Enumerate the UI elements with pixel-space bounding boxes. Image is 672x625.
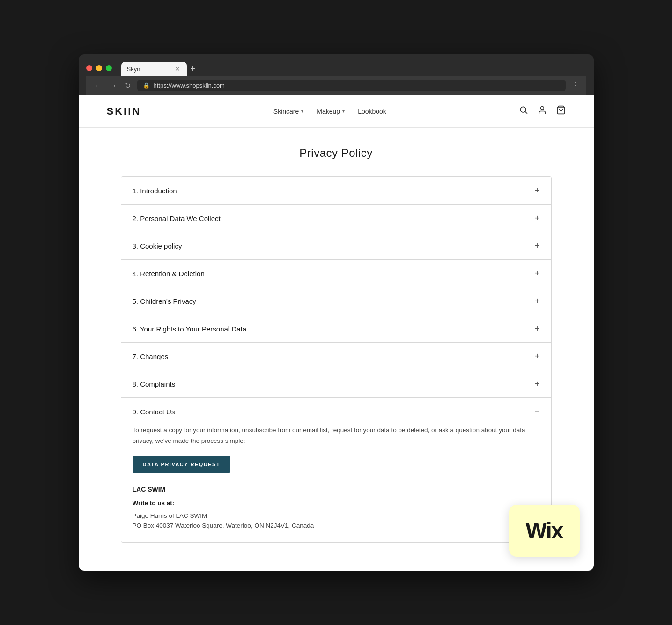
expand-icon-personal-data: + — [535, 214, 540, 222]
accordion-header-changes[interactable]: 7. Changes + — [121, 343, 551, 370]
contact-write-label: Write to us at: — [133, 498, 540, 509]
accordion-content-contact: To request a copy for your information, … — [121, 425, 551, 542]
accordion-item-personal-data: 2. Personal Data We Collect + — [121, 205, 551, 232]
svg-point-2 — [540, 107, 544, 110]
contact-address-line1: Paige Harris of LAC SWIM — [133, 511, 540, 521]
site-header: SKIIN Skincare ▾ Makeup ▾ Lookbook — [79, 95, 594, 128]
wix-logo: Wix — [526, 518, 563, 544]
refresh-button[interactable]: ↻ — [124, 80, 132, 91]
back-button[interactable]: ← — [94, 81, 103, 91]
search-icon[interactable] — [519, 105, 528, 117]
nav-skincare[interactable]: Skincare ▾ — [273, 108, 303, 115]
nav-makeup[interactable]: Makeup ▾ — [317, 108, 345, 115]
tab-bar: Skyn ✕ + — [86, 60, 586, 76]
page-title: Privacy Policy — [121, 147, 552, 160]
accordion-title-complaints: 8. Complaints — [133, 380, 176, 388]
browser-window: Skyn ✕ + ← → ↻ 🔒 https://www.shopskiin.c… — [79, 54, 594, 571]
forward-button[interactable]: → — [109, 81, 118, 91]
accordion-title-rights: 6. Your Rights to Your Personal Data — [133, 325, 247, 333]
address-bar: ← → ↻ 🔒 https://www.shopskiin.com ⋮ — [86, 76, 586, 95]
expand-icon-cookie: + — [535, 242, 540, 250]
expand-icon-retention: + — [535, 269, 540, 278]
url-field[interactable]: 🔒 https://www.shopskiin.com — [137, 80, 566, 91]
chevron-down-icon: ▾ — [301, 109, 303, 114]
expand-icon-changes: + — [535, 352, 540, 360]
header-icons — [519, 105, 566, 117]
accordion-item-introduction: 1. Introduction + — [121, 177, 551, 205]
wix-badge[interactable]: Wix — [509, 505, 580, 557]
accordion-header-rights[interactable]: 6. Your Rights to Your Personal Data + — [121, 315, 551, 342]
chevron-down-icon: ▾ — [342, 109, 345, 114]
traffic-light-maximize[interactable] — [106, 65, 112, 71]
privacy-accordion: 1. Introduction + 2. Personal Data We Co… — [121, 176, 552, 543]
url-text: https://www.shopskiin.com — [154, 82, 225, 89]
accordion-item-contact: 9. Contact Us − To request a copy for yo… — [121, 398, 551, 542]
accordion-header-contact[interactable]: 9. Contact Us − — [121, 398, 551, 425]
cart-icon[interactable] — [556, 105, 566, 117]
accordion-item-cookie: 3. Cookie policy + — [121, 232, 551, 260]
site-logo[interactable]: SKIIN — [107, 105, 141, 118]
active-tab[interactable]: Skyn ✕ — [121, 62, 187, 76]
accordion-item-children: 5. Children's Privacy + — [121, 287, 551, 315]
contact-description: To request a copy for your information, … — [133, 425, 540, 447]
main-content: Privacy Policy 1. Introduction + — [111, 128, 561, 571]
browser-chrome: Skyn ✕ + ← → ↻ 🔒 https://www.shopskiin.c… — [79, 54, 594, 95]
contact-details: LAC SWIM Write to us at: Paige Harris of… — [133, 484, 540, 531]
accordion-header-cookie[interactable]: 3. Cookie policy + — [121, 232, 551, 259]
expand-icon-introduction: + — [535, 186, 540, 195]
accordion-item-retention: 4. Retention & Deletion + — [121, 260, 551, 287]
nav-makeup-label: Makeup — [317, 108, 340, 115]
accordion-header-children[interactable]: 5. Children's Privacy + — [121, 287, 551, 315]
collapse-icon-contact: − — [535, 407, 540, 416]
tab-close-button[interactable]: ✕ — [175, 65, 180, 73]
accordion-item-rights: 6. Your Rights to Your Personal Data + — [121, 315, 551, 343]
accordion-header-retention[interactable]: 4. Retention & Deletion + — [121, 260, 551, 287]
svg-line-1 — [525, 112, 527, 114]
accordion-title-cookie: 3. Cookie policy — [133, 242, 182, 250]
accordion-header-introduction[interactable]: 1. Introduction + — [121, 177, 551, 204]
expand-icon-complaints: + — [535, 380, 540, 388]
nav-lookbook-label: Lookbook — [358, 108, 386, 115]
contact-org-name: LAC SWIM — [133, 484, 540, 495]
accordion-title-changes: 7. Changes — [133, 353, 169, 360]
traffic-light-close[interactable] — [86, 65, 92, 71]
lock-icon: 🔒 — [143, 82, 150, 89]
site-nav: Skincare ▾ Makeup ▾ Lookbook — [273, 108, 386, 115]
accordion-header-complaints[interactable]: 8. Complaints + — [121, 370, 551, 397]
nav-skincare-label: Skincare — [273, 108, 299, 115]
contact-address-line2: PO Box 40037 Waterloo Square, Waterloo, … — [133, 521, 540, 531]
tab-title: Skyn — [127, 66, 171, 73]
accordion-title-personal-data: 2. Personal Data We Collect — [133, 214, 221, 222]
accordion-item-changes: 7. Changes + — [121, 343, 551, 370]
accordion-title-retention: 4. Retention & Deletion — [133, 270, 205, 278]
expand-icon-rights: + — [535, 324, 540, 333]
accordion-header-personal-data[interactable]: 2. Personal Data We Collect + — [121, 205, 551, 232]
accordion-title-introduction: 1. Introduction — [133, 187, 177, 195]
nav-lookbook[interactable]: Lookbook — [358, 108, 386, 115]
accordion-item-complaints: 8. Complaints + — [121, 370, 551, 398]
data-privacy-request-button[interactable]: DATA PRIVACY REQUEST — [133, 456, 231, 473]
accordion-title-children: 5. Children's Privacy — [133, 297, 196, 305]
new-tab-button[interactable]: + — [187, 62, 199, 76]
page-content: SKIIN Skincare ▾ Makeup ▾ Lookbook — [79, 95, 594, 571]
accordion-title-contact: 9. Contact Us — [133, 408, 175, 416]
svg-point-0 — [520, 107, 526, 112]
account-icon[interactable] — [538, 105, 547, 117]
browser-menu-button[interactable]: ⋮ — [571, 81, 579, 90]
traffic-light-minimize[interactable] — [96, 65, 102, 71]
expand-icon-children: + — [535, 297, 540, 305]
